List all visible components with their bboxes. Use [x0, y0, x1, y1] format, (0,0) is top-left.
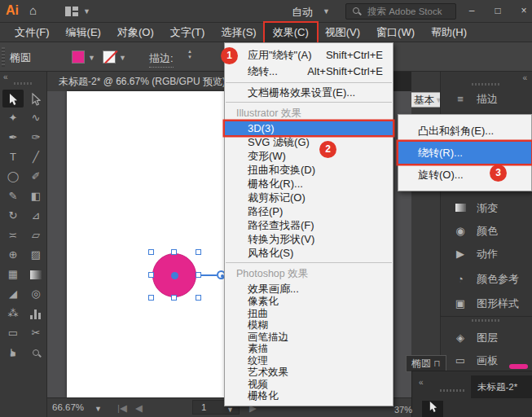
width-tool[interactable]: ≍: [2, 226, 24, 244]
slice-tool[interactable]: ✂: [25, 324, 46, 342]
stroke-color-swatch[interactable]: [103, 50, 116, 64]
artboard-number[interactable]: 1: [201, 401, 206, 415]
zoom-level[interactable]: 66.67%: [52, 402, 84, 412]
line-segment-tool[interactable]: ╱: [25, 148, 46, 166]
panel-grip[interactable]: [14, 82, 33, 85]
chevron-down-icon[interactable]: ▼: [83, 7, 90, 15]
magic-wand-tool[interactable]: ✦: [2, 109, 24, 127]
menubar-item[interactable]: 对象(O): [109, 23, 162, 42]
submenu-item[interactable]: 绕转(R)...: [398, 142, 531, 164]
symbol-sprayer-tool[interactable]: ⁂: [2, 305, 24, 323]
fill-color-swatch[interactable]: [72, 50, 85, 64]
perspective-grid-tool[interactable]: ▨: [25, 246, 46, 264]
menu-item[interactable]: 视频: [225, 379, 393, 391]
ellipse-tool[interactable]: ◯: [2, 168, 24, 186]
rotate-tool[interactable]: ↻: [2, 207, 24, 225]
selection-center-point[interactable]: [171, 272, 178, 279]
menu-item[interactable]: 栅格化: [225, 390, 393, 402]
document-tab[interactable]: 未标题-2* @ 66.67% (RGB/GPU 预览): [47, 72, 237, 91]
artboard-tool[interactable]: ▭: [2, 324, 24, 342]
mesh-tool[interactable]: ▦: [2, 266, 24, 283]
direct-selection-tool[interactable]: [25, 90, 46, 108]
selection-tool[interactable]: [2, 90, 24, 108]
selection-handle[interactable]: [196, 295, 201, 301]
menu-item[interactable]: 素描: [225, 343, 393, 355]
menubar-item[interactable]: 文件(F): [7, 23, 58, 42]
selection-handle[interactable]: [148, 249, 154, 255]
ellipse-floating-tab[interactable]: 椭圆 ⊓: [406, 355, 446, 372]
menu-item[interactable]: 画笔描边: [225, 331, 393, 344]
curvature-tool[interactable]: ✑: [25, 129, 46, 147]
menu-item[interactable]: 风格化(S): [225, 246, 393, 260]
search-input[interactable]: 搜索 Adobe Stock: [345, 3, 456, 20]
chevron-down-icon[interactable]: ▼: [323, 7, 330, 15]
panel-grip[interactable]: [472, 319, 499, 322]
pen-tool[interactable]: ✒: [2, 129, 24, 147]
eyedropper-tool[interactable]: ◢: [2, 285, 24, 303]
type-tool[interactable]: T: [2, 148, 24, 166]
dock-item-stroke[interactable]: ≡描边: [441, 90, 532, 109]
minimize-button[interactable]: –: [463, 3, 481, 18]
blend-tool[interactable]: ◎: [25, 285, 46, 303]
zoom-tool[interactable]: [25, 344, 46, 362]
free-transform-tool[interactable]: ▱: [25, 226, 46, 244]
menu-item[interactable]: 模糊: [225, 319, 393, 331]
scale-tool[interactable]: ⊿: [25, 207, 46, 225]
dock-item-gradient[interactable]: 渐变: [441, 199, 532, 218]
shape-builder-tool[interactable]: ⊕: [2, 246, 24, 264]
eraser-tool[interactable]: ◧: [25, 187, 46, 205]
maximize-button[interactable]: □: [489, 3, 507, 18]
menu-item[interactable]: 转换为形状(V): [225, 232, 393, 246]
dock-item-color-guide[interactable]: ◔颜色参考: [441, 270, 532, 289]
panel-grip[interactable]: [440, 389, 464, 392]
stroke-weight-stepper[interactable]: ▲▼: [185, 49, 195, 65]
gradient-tool[interactable]: [25, 266, 46, 283]
menubar-item[interactable]: 视图(V): [317, 23, 368, 42]
selection-handle[interactable]: [148, 295, 154, 301]
panel-grip[interactable]: [472, 83, 499, 86]
menu-item[interactable]: 路径查找器(F): [225, 218, 393, 232]
selection-handle[interactable]: [196, 272, 201, 278]
collapse-panel-icon[interactable]: «: [3, 72, 8, 81]
panel-grip[interactable]: [2, 47, 5, 67]
gpu-auto-dropdown[interactable]: 自动: [292, 5, 313, 20]
document-tab-secondary[interactable]: 未标题-2*: [471, 375, 532, 398]
menubar-item[interactable]: 选择(S): [213, 23, 264, 42]
menu-item[interactable]: 效果画廊...: [225, 282, 393, 296]
hand-tool[interactable]: ☛: [4, 342, 22, 363]
dock-item-actions[interactable]: ▶动作: [441, 244, 532, 264]
menu-item[interactable]: 栅格化(R)...: [225, 177, 393, 191]
collapse-panel-icon[interactable]: «: [419, 378, 424, 387]
menubar-item[interactable]: 效果(C): [265, 23, 317, 42]
selection-handle[interactable]: [171, 295, 177, 301]
menu-item[interactable]: 扭曲: [225, 308, 393, 320]
menu-item[interactable]: 绕转...Alt+Shift+Ctrl+E: [225, 64, 393, 80]
menu-item[interactable]: 艺术效果: [225, 367, 393, 379]
menu-item[interactable]: 文档栅格效果设置(E)...: [225, 86, 393, 99]
menu-item[interactable]: 裁剪标记(O): [225, 191, 393, 204]
chevron-down-icon[interactable]: ▼: [119, 54, 126, 62]
column-graph-tool[interactable]: [25, 305, 46, 323]
submenu-item[interactable]: 凸出和斜角(E)...: [398, 120, 531, 142]
menu-item[interactable]: 变形(W): [225, 149, 393, 163]
collapse-panel-icon[interactable]: «: [522, 73, 527, 82]
menu-item[interactable]: 扭曲和变换(D): [225, 163, 393, 177]
menubar-item[interactable]: 编辑(E): [58, 23, 109, 42]
close-button[interactable]: ×: [515, 3, 532, 18]
selection-handle[interactable]: [171, 249, 177, 255]
chevron-down-icon[interactable]: ▼: [88, 54, 95, 62]
workspace-switcher-icon[interactable]: [65, 7, 78, 16]
first-artboard-icon[interactable]: |◀: [117, 402, 127, 414]
dock-item-color[interactable]: ◉颜色: [441, 222, 532, 241]
lasso-tool[interactable]: ∿: [25, 109, 46, 127]
home-icon[interactable]: ⌂: [29, 3, 37, 17]
dock-item-layers[interactable]: ◈图层: [441, 328, 532, 348]
menu-item[interactable]: 像素化: [225, 296, 393, 308]
selection-handle[interactable]: [196, 249, 201, 255]
menubar-item[interactable]: 窗口(W): [368, 23, 423, 42]
menu-item[interactable]: 应用"绕转"(A)Shift+Ctrl+E: [225, 47, 393, 64]
chevron-down-icon[interactable]: ▼: [95, 405, 102, 413]
menu-item[interactable]: SVG 滤镜(G): [225, 135, 393, 149]
menu-item[interactable]: 纹理: [225, 355, 393, 367]
previous-artboard-icon[interactable]: ◀: [135, 402, 143, 414]
